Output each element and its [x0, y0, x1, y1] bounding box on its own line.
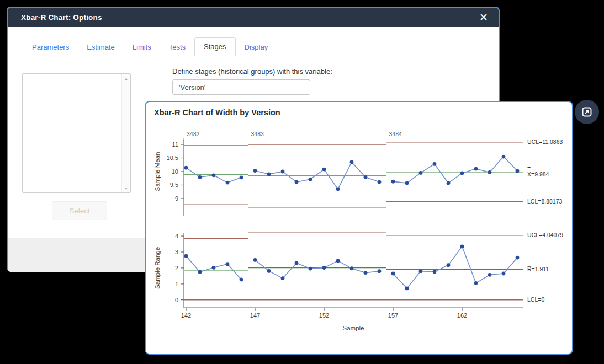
- data-point[interactable]: [322, 168, 326, 172]
- listbox-scrollbar[interactable]: ▲ ▼: [121, 74, 130, 192]
- data-point[interactable]: [226, 181, 230, 185]
- data-point[interactable]: [281, 170, 285, 174]
- y-tick-label: 11: [172, 141, 178, 148]
- y-tick-label: 10: [172, 168, 178, 175]
- stage-label: 3483: [251, 131, 264, 137]
- data-point[interactable]: [502, 272, 506, 276]
- center-label-bar: =: [527, 165, 531, 172]
- series-line: [255, 260, 379, 278]
- ucl-label: UCL=11.0863: [527, 138, 563, 145]
- data-point[interactable]: [322, 266, 326, 270]
- center-label: X=9.984: [527, 171, 549, 178]
- y-tick-label: 0: [175, 297, 178, 303]
- data-point[interactable]: [391, 272, 395, 276]
- stage-label: 3484: [389, 131, 402, 137]
- tab-display[interactable]: Display: [236, 38, 277, 56]
- data-point[interactable]: [253, 258, 257, 262]
- close-button[interactable]: ✕: [474, 8, 493, 27]
- data-point[interactable]: [460, 244, 464, 248]
- data-point[interactable]: [184, 254, 188, 258]
- select-button[interactable]: Select: [52, 201, 107, 220]
- data-point[interactable]: [405, 286, 409, 290]
- data-point[interactable]: [309, 267, 312, 271]
- data-point[interactable]: [391, 180, 395, 184]
- y-tick-label: 3: [175, 249, 178, 255]
- data-point[interactable]: [240, 175, 243, 179]
- stage-label: 3482: [187, 131, 200, 137]
- y-tick-label: 9.5: [170, 181, 178, 188]
- tab-bar: ParametersEstimateLimitsTestsStagesDispl…: [8, 35, 499, 56]
- data-point[interactable]: [336, 259, 340, 263]
- ucl-label: UCL=4.04079: [527, 232, 563, 238]
- data-point[interactable]: [281, 276, 285, 280]
- open-in-new-window-button[interactable]: [575, 100, 599, 124]
- data-point[interactable]: [198, 175, 202, 179]
- data-point[interactable]: [336, 187, 340, 191]
- x-axis-title: Sample: [343, 325, 364, 331]
- screen: Xbar-R Chart: Options ✕ ParametersEstima…: [0, 0, 604, 364]
- data-point[interactable]: [198, 270, 202, 274]
- stages-field: Define stages (historical groups) with t…: [172, 67, 332, 95]
- data-point[interactable]: [364, 175, 368, 179]
- data-point[interactable]: [184, 166, 188, 170]
- data-point[interactable]: [474, 167, 478, 171]
- data-point[interactable]: [516, 256, 520, 260]
- tab-parameters[interactable]: Parameters: [23, 38, 78, 56]
- data-point[interactable]: [405, 181, 409, 185]
- data-point[interactable]: [488, 273, 492, 277]
- data-point[interactable]: [309, 178, 312, 181]
- data-point[interactable]: [433, 162, 437, 166]
- data-point[interactable]: [212, 266, 216, 270]
- lcl-label: LCL=8.88173: [527, 198, 563, 205]
- scrollbar-up-icon[interactable]: ▲: [122, 74, 130, 83]
- tab-tests[interactable]: Tests: [160, 38, 194, 56]
- data-point[interactable]: [364, 271, 368, 275]
- dialog-titlebar: Xbar-R Chart: Options ✕: [8, 8, 499, 27]
- data-point[interactable]: [516, 169, 520, 173]
- data-point[interactable]: [447, 263, 451, 267]
- data-point[interactable]: [460, 172, 464, 175]
- x-tick-label: 162: [457, 312, 467, 319]
- y-tick-label: 9: [175, 195, 178, 202]
- x-tick-label: 157: [388, 312, 398, 319]
- variable-listbox[interactable]: ▲ ▼: [22, 73, 131, 193]
- data-point[interactable]: [267, 269, 271, 273]
- lcl-label: LCL=0: [527, 296, 544, 303]
- y-tick-label: 4: [175, 233, 178, 239]
- data-point[interactable]: [474, 281, 478, 285]
- series-line: [393, 157, 517, 183]
- data-point[interactable]: [226, 262, 230, 266]
- data-point[interactable]: [502, 155, 506, 159]
- data-point[interactable]: [433, 270, 437, 274]
- y-tick-label: 1: [175, 281, 178, 287]
- data-point[interactable]: [295, 261, 299, 265]
- data-point[interactable]: [447, 181, 451, 185]
- tab-estimate[interactable]: Estimate: [78, 38, 124, 56]
- open-in-new-icon: [581, 106, 593, 118]
- data-point[interactable]: [212, 173, 216, 177]
- y-axis-title: Sample Range: [154, 247, 161, 289]
- data-point[interactable]: [419, 171, 423, 175]
- stage-variable-input[interactable]: [172, 79, 310, 95]
- series-line: [393, 247, 517, 288]
- tab-stages[interactable]: Stages: [194, 37, 235, 56]
- data-point[interactable]: [295, 180, 299, 184]
- data-point[interactable]: [419, 269, 423, 273]
- x-tick-label: 152: [319, 312, 329, 319]
- data-point[interactable]: [267, 173, 271, 176]
- data-point[interactable]: [350, 160, 354, 164]
- data-point[interactable]: [378, 269, 382, 273]
- x-tick-label: 142: [181, 312, 191, 319]
- y-axis-title: Sample Mean: [154, 152, 161, 191]
- data-point[interactable]: [253, 169, 257, 173]
- y-tick-label: 10.5: [167, 154, 178, 161]
- center-label: R̅=1.911: [527, 266, 549, 272]
- chart-window: Xbar-R Chart of Width by Version 99.5101…: [145, 101, 573, 355]
- close-icon: ✕: [479, 11, 488, 24]
- scrollbar-down-icon[interactable]: ▼: [122, 184, 130, 192]
- tab-limits[interactable]: Limits: [124, 38, 160, 56]
- data-point[interactable]: [350, 266, 354, 270]
- data-point[interactable]: [378, 180, 382, 184]
- data-point[interactable]: [240, 278, 243, 282]
- data-point[interactable]: [488, 170, 492, 174]
